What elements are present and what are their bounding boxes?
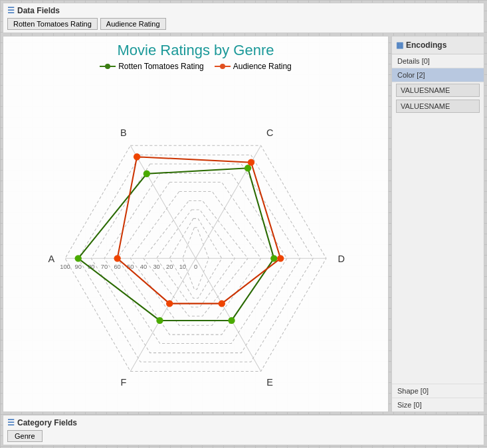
legend-line-orange [215,66,231,67]
enc-spacer [392,114,484,384]
enc-color[interactable]: Color [2] [392,68,484,82]
dot-green-a [75,255,82,261]
axis-b [130,145,195,258]
category-fields-title: Category Fields [17,418,77,427]
scale-0: 0 [194,263,197,270]
tag-genre[interactable]: Genre [7,430,43,442]
scale-10: 10 [179,263,186,270]
axis-label-a: A [49,254,55,264]
axis-label-c: C [266,127,273,138]
encodings-icon: ▦ [396,40,403,50]
category-fields-header: ☰ Category Fields [7,418,480,427]
legend-line-green [100,66,116,67]
scale-90: 90 [75,263,82,270]
dot-orange-d [277,255,284,261]
data-fields-title: Data Fields [17,6,60,15]
enc-size[interactable]: Size [0] [392,398,484,411]
main-container: ☰ Data Fields Rotten Tomatoes Rating Aud… [0,0,487,448]
chart-svg-area: .grid-line { fill: none; stroke: #bbb; s… [3,71,388,411]
enc-details[interactable]: Details [0] [392,54,484,68]
enc-valuesname-2[interactable]: VALUESNAME [396,100,480,113]
data-fields-icon: ☰ [7,6,15,15]
encodings-title: Encodings [406,40,446,50]
chart-container: Movie Ratings by Genre Rotten Tomatoes R… [3,36,389,412]
middle-area: Movie Ratings by Genre Rotten Tomatoes R… [3,36,484,412]
tag-audience-rating[interactable]: Audience Rating [100,18,166,30]
axis-label-f: F [121,377,127,388]
dot-orange-f [166,300,173,307]
dot-green-f [156,317,163,324]
series-green-polygon [78,168,274,321]
category-fields-panel: ☰ Category Fields Genre [3,415,484,445]
category-tags: Genre [7,430,480,442]
encodings-header: ▦ Encodings [392,37,484,54]
legend-item-rotten: Rotten Tomatoes Rating [100,62,204,71]
scale-20: 20 [166,263,173,270]
dot-orange-a [114,255,120,261]
axis-label-b: B [120,127,127,138]
enc-valuesname-1[interactable]: VALUESNAME [396,84,480,97]
data-fields-header: ☰ Data Fields [7,6,480,15]
axis-f [130,258,195,371]
category-fields-icon: ☰ [7,418,15,427]
dot-green-b [144,171,150,177]
scale-70: 70 [101,263,108,270]
dot-orange-c [248,159,254,166]
tag-rotten-tomatoes[interactable]: Rotten Tomatoes Rating [7,18,98,30]
data-fields-tags: Rotten Tomatoes Rating Audience Rating [7,18,480,30]
enc-shape[interactable]: Shape [0] [392,384,484,398]
scale-60: 60 [114,263,120,270]
axis-label-e: E [266,377,273,388]
scale-40: 40 [140,263,147,270]
dot-orange-b [134,153,140,160]
dot-green-e [228,317,235,324]
legend-label-audience: Audience Rating [233,62,292,71]
radar-chart-svg: .grid-line { fill: none; stroke: #bbb; s… [3,71,388,411]
chart-legend: Rotten Tomatoes Rating Audience Rating [100,62,292,71]
axis-e [196,258,261,371]
data-fields-panel: ☰ Data Fields Rotten Tomatoes Rating Aud… [3,3,484,33]
scale-30: 30 [153,263,159,270]
legend-label-rotten: Rotten Tomatoes Rating [118,62,204,71]
axis-label-d: D [338,254,344,264]
encodings-panel: ▦ Encodings Details [0] Color [2] VALUES… [391,36,484,412]
legend-item-audience: Audience Rating [215,62,292,71]
scale-100: 100 [60,263,70,270]
chart-title: Movie Ratings by Genre [118,42,274,59]
dot-orange-e [219,300,225,307]
